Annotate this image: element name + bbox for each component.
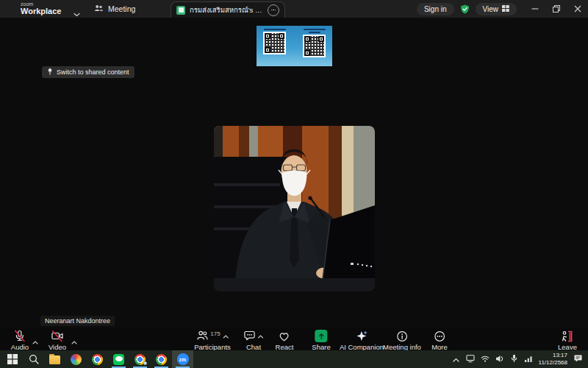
tab-shared-screen-label: กรมส่งเสริมสหกรณ์'s screen [190,4,263,15]
chrome-profile-2-icon[interactable] [129,350,151,368]
zoom-meeting-window: zoom Workplace Meeting กรมส่งเสริมสหกรณ์… [0,0,588,368]
share-button[interactable]: Share [312,330,330,351]
window-minimize-button[interactable] [524,0,545,18]
leave-button[interactable]: Leave [558,330,577,351]
tray-volume-icon[interactable] [495,353,504,366]
microphone-muted-icon [14,330,26,342]
chat-button[interactable]: Chat [244,330,264,351]
photos-app-icon[interactable] [65,350,87,368]
meeting-toolbar: Audio Video [0,328,588,350]
windows-taskbar: zm [0,350,588,368]
tray-hidden-icons-chevron[interactable] [452,353,460,366]
tab-options-ellipsis-icon[interactable] [268,4,279,16]
shared-content-preview [257,26,332,66]
qr-caption-line [309,32,320,33]
switch-button-label: Switch to shared content [57,68,129,76]
chrome-profile-3-icon[interactable] [151,350,172,368]
tray-wifi-icon[interactable] [481,353,490,366]
qr-block-right [303,29,326,63]
taskbar-app-icons: zm [0,350,193,368]
brand-workplace-text: Workplace [21,7,61,15]
qr-caption-line [264,29,286,30]
chat-chevron-icon[interactable] [258,332,264,340]
participants-chevron-icon[interactable] [223,332,229,340]
clock-date: 11/12/2568 [539,359,567,367]
pin-icon [47,68,53,77]
speaker-name: Neeranart Nakdontree [45,317,110,325]
audio-button[interactable]: Audio [11,330,29,351]
tray-network-icon[interactable] [524,353,533,366]
video-options-chevron-icon[interactable] [71,334,77,347]
meeting-canvas: Switch to shared content [0,18,588,328]
participants-count-badge: 175 [210,330,220,337]
heart-react-icon [279,330,290,342]
sign-in-button[interactable]: Sign in [417,3,454,15]
participants-button[interactable]: 175 Participants [194,330,231,351]
video-button[interactable]: Video [49,330,66,351]
qr-caption-line [304,29,326,30]
qr-block-left [263,29,286,63]
zoom-taskbar-icon[interactable]: zm [172,350,193,368]
tray-display-icon[interactable] [466,353,475,366]
zoom-workplace-logo: zoom Workplace [21,1,61,15]
meeting-icon [94,4,104,14]
share-screen-icon [315,330,327,342]
brand-zoom-text: zoom [21,1,61,7]
taskbar-clock[interactable]: 13:17 11/12/2568 [539,352,567,367]
title-bar: zoom Workplace Meeting กรมส่งเสริมสหกรณ์… [0,0,588,18]
view-layout-grid-icon [502,5,509,13]
audio-options-chevron-icon[interactable] [32,334,38,347]
info-circle-icon [396,330,408,342]
speaker-video-tile[interactable] [214,126,375,291]
tray-microphone-icon[interactable] [510,353,518,366]
clock-time: 13:17 [539,352,567,359]
window-restore-button[interactable] [545,0,567,18]
titlebar-right-controls: Sign in View [417,0,588,18]
camera-off-icon [51,330,63,342]
leave-door-icon [561,330,573,342]
line-app-icon[interactable] [108,350,129,368]
tab-meeting-label: Meeting [108,4,135,13]
switch-to-shared-content-button[interactable]: Switch to shared content [42,66,135,78]
qr-code-left [263,32,286,54]
ai-companion-sparkle-icon [355,330,368,342]
system-tray: 13:17 11/12/2568 [452,352,588,367]
qr-code-right [303,35,326,57]
tab-shared-screen[interactable]: กรมส่งเสริมสหกรณ์'s screen [171,1,285,18]
chrome-icon[interactable] [87,350,108,368]
action-center-icon[interactable] [573,353,583,366]
active-speaker-name-tag: Neeranart Nakdontree [40,316,115,326]
start-button[interactable] [1,350,23,368]
view-button[interactable]: View [476,3,517,15]
chat-bubble-icon [244,330,256,343]
shared-screen-favicon [176,6,185,15]
file-explorer-icon[interactable] [44,350,65,368]
more-ellipsis-icon [434,330,445,342]
react-button[interactable]: React [276,330,294,351]
participants-icon [196,330,208,342]
view-label: View [483,5,499,13]
speaker-video-image [214,126,375,291]
sign-in-label: Sign in [424,5,447,13]
ai-companion-button[interactable]: AI Companion [340,330,384,351]
taskbar-search-icon[interactable] [23,350,44,368]
security-shield-icon[interactable] [460,4,470,14]
more-button[interactable]: More [431,330,448,351]
meeting-info-button[interactable]: Meeting info [383,330,421,351]
tab-meeting[interactable]: Meeting [94,0,135,18]
window-close-button[interactable] [567,0,588,18]
